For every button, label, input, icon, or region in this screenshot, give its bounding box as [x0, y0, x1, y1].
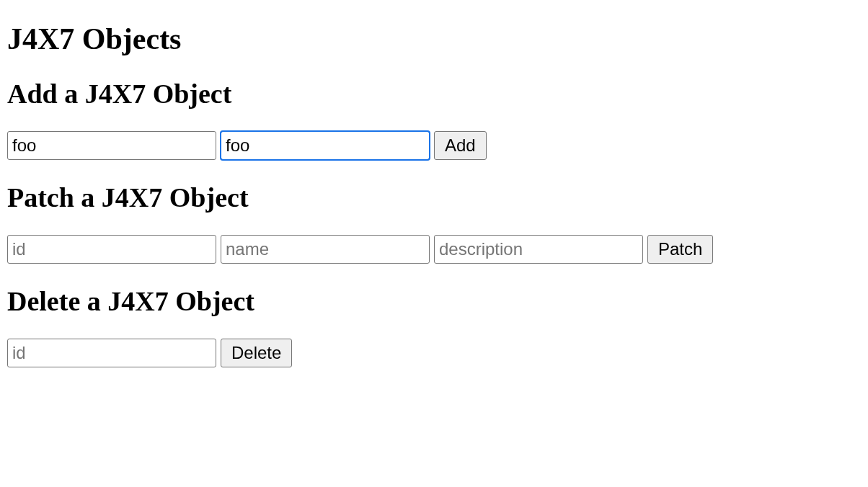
add-heading: Add a J4X7 Object [7, 78, 861, 110]
add-form: Add [7, 131, 861, 160]
patch-heading: Patch a J4X7 Object [7, 182, 861, 213]
delete-id-input[interactable] [7, 339, 216, 367]
add-button[interactable]: Add [434, 131, 487, 160]
patch-id-input[interactable] [7, 235, 216, 264]
page-title: J4X7 Objects [7, 22, 861, 56]
delete-heading: Delete a J4X7 Object [7, 285, 861, 317]
add-name-input[interactable] [7, 131, 216, 160]
delete-button[interactable]: Delete [221, 339, 292, 367]
patch-button[interactable]: Patch [647, 235, 713, 264]
patch-name-input[interactable] [221, 235, 430, 264]
add-description-input[interactable] [221, 131, 430, 160]
patch-form: Patch [7, 235, 861, 264]
delete-form: Delete [7, 339, 861, 367]
patch-description-input[interactable] [434, 235, 643, 264]
